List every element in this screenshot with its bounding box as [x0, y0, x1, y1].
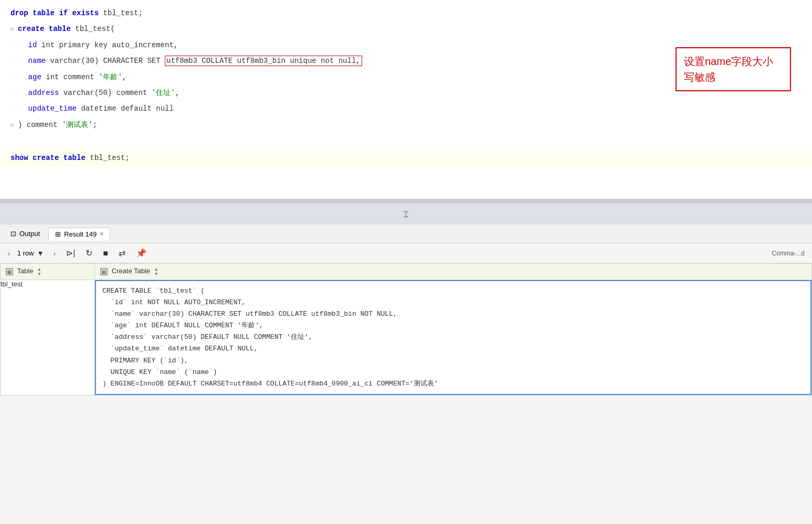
- col-header-create-table[interactable]: ⊞ Create Table ▲▼: [95, 264, 812, 280]
- col-table-label: Table: [17, 267, 33, 275]
- rows-label: 1 row: [17, 249, 34, 257]
- tab-close-button[interactable]: ×: [100, 230, 103, 238]
- cell-table-name: tbl_test: [1, 280, 95, 395]
- result-data-table: ⊞ Table ▲▼ ⊞ Create Table ▲▼ tbl_test CR…: [0, 263, 812, 395]
- tabs-bar: ⊡ Output ⊞ Result 149 ×: [0, 224, 812, 243]
- code-line-8: ⊖) comment '测试表';: [0, 117, 812, 133]
- move-button[interactable]: ⇄: [115, 246, 129, 260]
- sort-icon-table[interactable]: ▲▼: [37, 267, 41, 276]
- tab-result149-label: Result 149: [64, 230, 97, 238]
- drag-handle[interactable]: [0, 199, 812, 204]
- row-selector: 1 row ▾: [17, 246, 47, 260]
- pin-icon: 📌: [136, 248, 146, 258]
- sort-icon-create-table[interactable]: ▲▼: [154, 267, 159, 276]
- nav-next-button[interactable]: ›: [49, 247, 59, 260]
- col-header-table[interactable]: ⊞ Table ▲▼: [1, 264, 95, 280]
- tab-result149[interactable]: ⊞ Result 149 ×: [48, 228, 110, 241]
- refresh-button[interactable]: ↻: [82, 246, 96, 260]
- annotation-text: 设置name字段大小写敏感: [684, 56, 773, 83]
- nav-prev-button[interactable]: ‹: [4, 247, 14, 260]
- nav-last-button[interactable]: ⊳|: [62, 246, 79, 260]
- table-small-icon: ⊞: [6, 268, 13, 275]
- tab-output-label: Output: [19, 230, 40, 238]
- show-query-line: show create table tbl_test;: [0, 149, 812, 167]
- create-table-content[interactable]: CREATE TABLE `tbl_test` ( `id` int NOT N…: [95, 280, 811, 395]
- move-icon: ⇄: [119, 248, 125, 258]
- code-line-7: update_time datetime default null: [0, 101, 812, 116]
- table-small-icon-2: ⊞: [100, 268, 108, 275]
- result-toolbar: ‹ 1 row ▾ › ⊳| ↻ ■ ⇄ 📌 Comma-...d: [0, 243, 812, 263]
- stop-icon: ■: [103, 249, 108, 258]
- cell-create-table: CREATE TABLE `tbl_test` ( `id` int NOT N…: [95, 280, 812, 395]
- code-line-1: drop table if exists tbl_test;: [0, 5, 812, 21]
- splitter-bar: ⌶: [0, 204, 812, 224]
- code-empty: [0, 133, 812, 148]
- bottom-panel: ⊡ Output ⊞ Result 149 × ‹ 1 row ▾ › ⊳| ↻…: [0, 224, 812, 395]
- pin-button[interactable]: 📌: [132, 246, 150, 260]
- stop-button[interactable]: ■: [99, 247, 112, 260]
- code-line-2: ⊖create table tbl_test(: [0, 21, 812, 37]
- tab-output[interactable]: ⊡ Output: [4, 228, 46, 240]
- annotation-box: 设置name字段大小写敏感: [676, 47, 791, 91]
- rows-dropdown-button[interactable]: ▾: [35, 246, 46, 260]
- table-icon: ⊞: [55, 230, 61, 238]
- table-row: tbl_test CREATE TABLE `tbl_test` ( `id` …: [1, 280, 812, 395]
- editor-panel: drop table if exists tbl_test; ⊖create t…: [0, 0, 812, 224]
- comma-label: Comma-...d: [772, 250, 808, 257]
- splitter-cursor-icon: ⌶: [403, 208, 409, 220]
- col-create-table-label: Create Table: [112, 267, 150, 275]
- code-editor[interactable]: drop table if exists tbl_test; ⊖create t…: [0, 0, 812, 199]
- output-icon: ⊡: [10, 230, 16, 238]
- refresh-icon: ↻: [86, 248, 92, 258]
